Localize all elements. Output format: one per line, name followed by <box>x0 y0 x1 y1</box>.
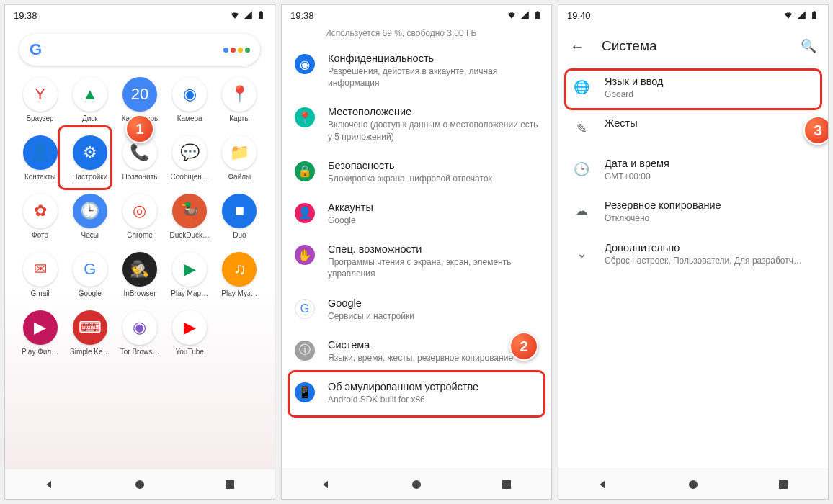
app-настройки[interactable]: ⚙Настройки <box>65 135 115 181</box>
app-icon: 🕵 <box>122 252 157 287</box>
app-label: Контакты <box>24 173 55 181</box>
app-chrome[interactable]: ◎Chrome <box>115 194 164 239</box>
setting-система[interactable]: ⓘСистемаЯзыки, время, жесты, резервное к… <box>285 330 548 372</box>
app-icon: ✉ <box>23 252 58 287</box>
app-youtube[interactable]: ▶YouTube <box>165 310 215 356</box>
setting-icon: 🕒 <box>571 159 592 179</box>
nav-back[interactable] <box>43 477 57 492</box>
app-label: Gmail <box>31 289 50 297</box>
app-label: Play Фил… <box>22 348 58 356</box>
setting-title: Конфиденциальность <box>328 53 538 64</box>
setting-subtitle: Отключено <box>605 212 815 224</box>
setting-icon: 📱 <box>295 382 315 402</box>
app-label: DuckDuck… <box>169 231 210 239</box>
google-logo: G <box>30 40 42 59</box>
app-камера[interactable]: ◉Камера <box>165 77 215 122</box>
system-жесты[interactable]: ✎Жесты <box>561 109 825 149</box>
app-duo[interactable]: ■Duo <box>215 194 264 239</box>
app-google[interactable]: GGoogle <box>65 252 115 297</box>
app-label: Play Муз… <box>221 289 257 297</box>
setting-subtitle: Сброс настроек, Пользователи, Для разраб… <box>605 255 815 266</box>
setting-конфиденциальность[interactable]: ◉КонфиденциальностьРазрешения, действия … <box>285 44 548 97</box>
status-bar: 19:38 <box>282 5 551 25</box>
app-inbrowser[interactable]: 🕵InBrowser <box>115 252 164 297</box>
app-label: Часы <box>81 231 99 239</box>
setting-аккаунты[interactable]: 👤АккаунтыGoogle <box>285 193 548 235</box>
app-диск[interactable]: ▲Диск <box>65 77 115 122</box>
app-label: Simple Ke… <box>70 348 110 356</box>
app-icon: ▶ <box>23 310 58 345</box>
back-icon[interactable]: ← <box>570 38 584 55</box>
system-дата и время[interactable]: 🕒Дата и времяGMT+00:00 <box>561 149 825 191</box>
setting-title: Об эмулированном устройстве <box>328 381 538 392</box>
app-label: Камера <box>177 114 202 122</box>
app-label: Tor Brows… <box>120 348 159 356</box>
app-icon: 📍 <box>222 77 257 112</box>
nav-recent[interactable] <box>499 477 514 492</box>
svg-rect-3 <box>502 480 511 489</box>
app-контакты[interactable]: 👤Контакты <box>15 135 65 181</box>
app-label: Диск <box>82 114 98 122</box>
step-badge-2: 2 <box>509 332 538 361</box>
phone-screen-3: 19:40 ← Система 🔍 🌐Язык и вводGboard✎Жес… <box>558 4 829 500</box>
app-icon: 🦆 <box>172 194 207 228</box>
battery-icon <box>533 10 543 20</box>
system-язык и ввод[interactable]: 🌐Язык и вводGboard <box>561 67 825 109</box>
setting-title: Язык и ввод <box>605 76 815 87</box>
battery-icon <box>256 10 266 20</box>
app-simple ke…[interactable]: ⌨Simple Ke… <box>65 310 115 356</box>
system-резервное копирование[interactable]: ☁Резервное копированиеОтключено <box>561 191 825 233</box>
app-gmail[interactable]: ✉Gmail <box>15 252 65 297</box>
app-play фил…[interactable]: ▶Play Фил… <box>15 310 65 356</box>
app-label: Файлы <box>228 173 251 181</box>
signal-icon <box>520 10 530 20</box>
app-label: Chrome <box>127 231 153 239</box>
svg-point-4 <box>689 480 698 489</box>
step-badge-3: 3 <box>803 116 828 145</box>
app-браузер[interactable]: YБраузер <box>15 77 65 122</box>
app-play муз…[interactable]: ♫Play Муз… <box>215 252 264 297</box>
app-файлы[interactable]: 📁Файлы <box>215 135 264 181</box>
nav-home[interactable] <box>686 477 700 492</box>
setting-title: Спец. возможности <box>328 243 538 255</box>
clock: 19:40 <box>567 10 591 21</box>
signal-icon <box>243 10 253 20</box>
app-play мар…[interactable]: ▶Play Мар… <box>165 252 215 297</box>
app-label: Сообщен… <box>171 173 209 181</box>
app-icon: ♫ <box>222 252 257 287</box>
search-icon[interactable]: 🔍 <box>801 38 816 54</box>
nav-recent[interactable] <box>776 477 790 492</box>
status-icons <box>507 10 543 20</box>
setting-местоположение[interactable]: 📍МестоположениеВключено (доступ к данным… <box>285 97 548 150</box>
setting-icon: 🔒 <box>295 161 315 181</box>
app-tor brows…[interactable]: ◉Tor Brows… <box>115 310 164 356</box>
battery-icon <box>809 10 819 20</box>
signal-icon <box>796 10 806 20</box>
app-фото[interactable]: ✿Фото <box>15 194 65 239</box>
setting-google[interactable]: GGoogleСервисы и настройки <box>285 289 548 330</box>
app-label: Google <box>79 289 102 297</box>
app-duckduck…[interactable]: 🦆DuckDuck… <box>165 194 215 239</box>
nav-home[interactable] <box>133 477 147 492</box>
nav-recent[interactable] <box>223 477 237 492</box>
setting-icon: 📍 <box>295 107 315 127</box>
setting-title: Google <box>328 297 538 309</box>
assistant-icon[interactable] <box>223 48 250 53</box>
system-дополнительно[interactable]: ⌄ДополнительноСброс настроек, Пользовате… <box>561 233 825 275</box>
app-часы[interactable]: 🕒Часы <box>65 194 115 239</box>
app-карты[interactable]: 📍Карты <box>215 77 264 122</box>
app-label: Duo <box>233 231 246 239</box>
setting-subtitle: Сервисы и настройки <box>328 310 538 322</box>
phone-screen-1: 19:38 G YБраузер▲Диск20Календарь◉Камера📍… <box>4 4 275 500</box>
search-bar[interactable]: G <box>19 34 260 66</box>
header: ← Система 🔍 <box>558 25 828 67</box>
nav-back[interactable] <box>596 477 610 492</box>
app-icon: ⌨ <box>73 310 107 345</box>
nav-home[interactable] <box>409 477 424 492</box>
setting-об эмулированном устройстве[interactable]: 📱Об эмулированном устройствеAndroid SDK … <box>285 372 548 414</box>
nav-back[interactable] <box>319 477 334 492</box>
setting-спец. возможности[interactable]: ✋Спец. возможностиПрограммы чтения с экр… <box>285 235 548 288</box>
app-сообщен…[interactable]: 💬Сообщен… <box>165 135 215 181</box>
setting-безопасность[interactable]: 🔒БезопасностьБлокировка экрана, цифровой… <box>285 151 548 193</box>
svg-point-0 <box>135 480 144 489</box>
